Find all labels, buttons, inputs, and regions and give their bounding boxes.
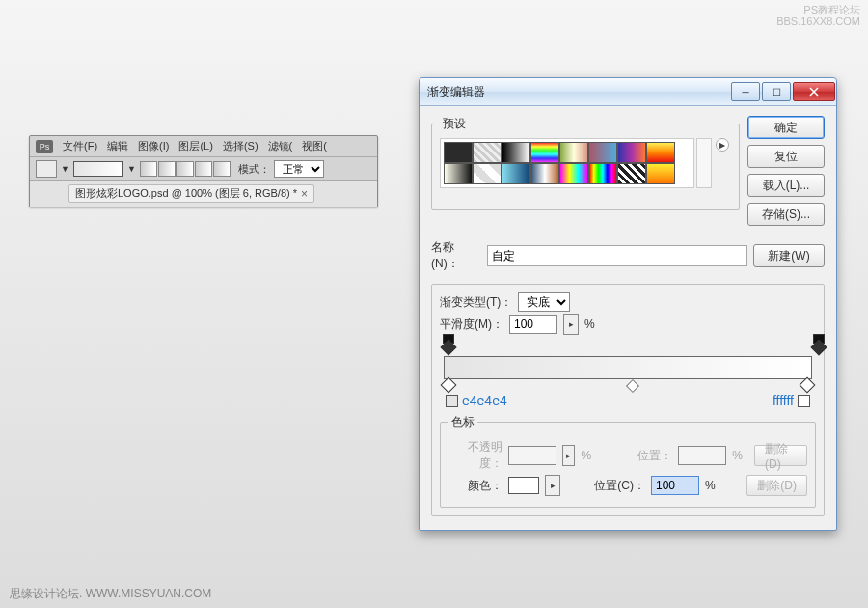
position-label: 位置： <box>618 448 672 464</box>
right-color-label: ffffff <box>773 393 810 408</box>
tool-selector[interactable] <box>36 160 57 178</box>
radial-gradient-button[interactable] <box>158 161 176 177</box>
smoothness-label: 平滑度(M)： <box>440 317 503 333</box>
stops-legend: 色标 <box>448 414 477 430</box>
preset-swatch[interactable] <box>588 142 617 163</box>
presets-group: 预设 ▶ <box>431 116 740 210</box>
right-color-swatch-icon <box>798 395 810 407</box>
position-input <box>678 446 726 465</box>
gradient-settings-group: 渐变类型(T)： 实底 平滑度(M)： ▸ % <box>431 284 825 516</box>
percent-label: % <box>584 318 595 331</box>
name-label: 名称(N)： <box>431 239 481 272</box>
preset-swatch[interactable] <box>617 142 646 163</box>
opacity-label: 不透明度： <box>448 439 502 472</box>
left-color-swatch-icon <box>446 395 458 407</box>
preset-swatch[interactable] <box>646 142 675 163</box>
dropdown-caret-icon[interactable]: ▼ <box>61 164 69 174</box>
opacity-input <box>508 446 556 465</box>
close-button[interactable] <box>793 82 835 101</box>
menu-view[interactable]: 视图( <box>302 139 327 153</box>
percent-label: % <box>732 449 743 462</box>
minimize-button[interactable]: ─ <box>731 82 760 101</box>
delete-opacity-stop-button: 删除(D) <box>754 445 807 466</box>
opacity-spinner: ▸ <box>562 445 575 466</box>
smoothness-input[interactable] <box>509 315 557 334</box>
save-button[interactable]: 存储(S)... <box>747 203 825 226</box>
reflected-gradient-button[interactable] <box>195 161 212 177</box>
delete-color-stop-button: 删除(D) <box>746 475 807 496</box>
gradient-editor-dialog: 渐变编辑器 ─ ☐ 预设 ▶ 确定 复位 <box>419 77 837 531</box>
titlebar[interactable]: 渐变编辑器 ─ ☐ <box>420 78 836 106</box>
close-icon[interactable]: × <box>301 187 308 201</box>
mode-label: 模式： <box>238 162 270 177</box>
preset-swatch[interactable] <box>444 163 473 184</box>
menubar: Ps 文件(F) 编辑 图像(I) 图层(L) 选择(S) 滤镜( 视图( <box>30 136 377 157</box>
smoothness-spinner[interactable]: ▸ <box>563 314 579 335</box>
stops-group: 色标 不透明度： ▸ % 位置： % 删除(D) 颜色： ▸ <box>440 414 816 508</box>
color-stop-right[interactable] <box>800 377 816 394</box>
left-color-label: e4e4e4 <box>446 393 507 408</box>
preset-swatch[interactable] <box>617 163 646 184</box>
diamond-gradient-button[interactable] <box>213 161 231 177</box>
watermark-bottom-left: 思缘设计论坛. WWW.MISSYUAN.COM <box>10 586 211 602</box>
preset-swatch[interactable] <box>646 163 675 184</box>
preset-swatch[interactable] <box>588 163 617 184</box>
menu-filter[interactable]: 滤镜( <box>268 139 293 153</box>
gradient-type-buttons <box>140 161 231 177</box>
color-swatch[interactable] <box>508 477 539 494</box>
preset-swatch[interactable] <box>559 163 588 184</box>
document-title: 图形炫彩LOGO.psd @ 100% (图层 6, RGB/8) * <box>75 186 297 201</box>
menu-layer[interactable]: 图层(L) <box>178 139 212 153</box>
mode-select[interactable]: 正常 <box>274 160 324 178</box>
menu-edit[interactable]: 编辑 <box>107 139 128 153</box>
type-label: 渐变类型(T)： <box>440 294 512 311</box>
gradient-bar[interactable] <box>444 356 812 379</box>
preset-swatch[interactable] <box>502 142 530 163</box>
preset-grid <box>440 138 694 188</box>
dropdown-caret-icon[interactable]: ▼ <box>127 164 136 174</box>
preset-swatch[interactable] <box>444 142 473 163</box>
document-tabs: 图形炫彩LOGO.psd @ 100% (图层 6, RGB/8) * × <box>30 181 377 207</box>
ok-button[interactable]: 确定 <box>747 116 825 139</box>
percent-label: % <box>581 449 591 462</box>
new-button[interactable]: 新建(W) <box>753 244 825 267</box>
maximize-button[interactable]: ☐ <box>762 82 791 101</box>
midpoint-handle[interactable] <box>626 379 639 393</box>
color-spinner[interactable]: ▸ <box>545 475 560 496</box>
document-tab[interactable]: 图形炫彩LOGO.psd @ 100% (图层 6, RGB/8) * × <box>68 184 314 203</box>
preset-swatch[interactable] <box>530 142 559 163</box>
preset-swatch[interactable] <box>559 142 588 163</box>
color-label: 颜色： <box>448 478 502 494</box>
options-bar: ▼ ▼ 模式： 正常 <box>30 157 377 181</box>
presets-menu-icon[interactable]: ▶ <box>716 138 729 152</box>
position2-input[interactable] <box>651 476 699 495</box>
preset-scrollbar[interactable] <box>696 138 712 188</box>
gradient-preview[interactable] <box>73 161 123 177</box>
watermark-top-right: PS教程论坛 BBS.16XX8.COM <box>776 4 860 27</box>
preset-swatch[interactable] <box>473 163 502 184</box>
type-select[interactable]: 实底 <box>518 292 570 312</box>
load-button[interactable]: 载入(L)... <box>747 174 825 197</box>
preset-swatch[interactable] <box>473 142 502 163</box>
dialog-title: 渐变编辑器 <box>427 84 730 100</box>
presets-legend: 预设 <box>440 116 469 132</box>
photoshop-toolbar: Ps 文件(F) 编辑 图像(I) 图层(L) 选择(S) 滤镜( 视图( ▼ … <box>29 135 378 207</box>
ps-logo: Ps <box>36 140 53 153</box>
color-stop-left[interactable] <box>441 377 457 394</box>
angle-gradient-button[interactable] <box>176 161 194 177</box>
preset-swatch[interactable] <box>502 163 530 184</box>
menu-file[interactable]: 文件(F) <box>63 139 97 153</box>
linear-gradient-button[interactable] <box>140 161 157 177</box>
menu-select[interactable]: 选择(S) <box>223 139 258 153</box>
name-input[interactable] <box>487 245 747 266</box>
percent-label: % <box>705 479 716 492</box>
menu-image[interactable]: 图像(I) <box>138 139 169 153</box>
preset-swatch[interactable] <box>530 163 559 184</box>
position2-label: 位置(C)： <box>591 478 645 494</box>
reset-button[interactable]: 复位 <box>747 145 825 168</box>
